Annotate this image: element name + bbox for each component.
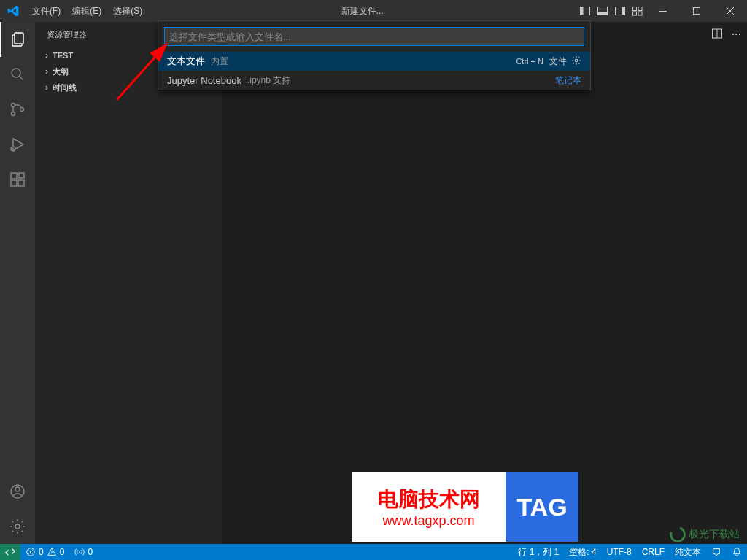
svg-rect-6 <box>633 7 637 11</box>
activitybar <box>0 22 35 544</box>
titlebar: 文件(F) 编辑(E) 选择(S) 新建文件... <box>0 0 747 22</box>
chevron-right-icon: › <box>41 50 53 61</box>
quickpick-item-text-file[interactable]: 文本文件 内置 Ctrl + N 文件 <box>158 52 590 71</box>
svg-point-23 <box>15 487 20 491</box>
watermark-logo-icon <box>667 524 688 545</box>
tree-item-label: TEST <box>53 51 73 60</box>
menu-file[interactable]: 文件(F) <box>26 0 66 22</box>
svg-rect-9 <box>638 12 642 15</box>
svg-point-16 <box>20 108 24 112</box>
menu-edit[interactable]: 编辑(E) <box>66 0 107 22</box>
status-ln-col[interactable]: 行 1，列 1 <box>513 544 564 560</box>
watermark-tagxp: 电脑技术网 www.tagxp.com TAG <box>352 472 578 542</box>
editor-toolbar: ··· <box>711 28 741 42</box>
watermark-tag: TAG <box>506 472 578 542</box>
svg-rect-21 <box>19 173 24 178</box>
svg-point-15 <box>12 112 15 116</box>
customize-layout-icon[interactable] <box>629 0 646 22</box>
remote-indicator[interactable] <box>0 544 20 560</box>
split-editor-icon[interactable] <box>711 28 723 42</box>
warning-icon <box>47 547 57 557</box>
watermark-jiguang: 极光下载站 <box>670 526 740 542</box>
svg-rect-8 <box>633 12 637 15</box>
toggle-primary-sidebar-icon[interactable] <box>576 0 594 22</box>
status-port-count: 0 <box>88 547 93 557</box>
svg-point-24 <box>15 524 20 529</box>
gear-icon[interactable] <box>571 55 581 68</box>
source-control-icon[interactable] <box>0 92 35 127</box>
svg-rect-5 <box>622 7 625 15</box>
status-encoding[interactable]: UTF-8 <box>602 544 637 560</box>
watermark-url: www.tagxp.com <box>382 513 474 529</box>
quickpick-item-keybinding: Ctrl + N <box>516 57 543 66</box>
more-actions-icon[interactable]: ··· <box>732 28 741 42</box>
explorer-icon[interactable] <box>0 22 35 57</box>
svg-rect-20 <box>18 180 24 186</box>
svg-rect-18 <box>11 173 17 179</box>
sidebar-explorer: 资源管理器 ›TEST ›大纲 ›时间线 <box>35 22 222 544</box>
tree-item-label: 时间线 <box>53 82 77 93</box>
status-language[interactable]: 纯文本 <box>670 544 706 560</box>
quickpick-item-label: 文本文件 <box>167 55 205 68</box>
titlebar-center-text: 新建文件... <box>148 5 576 18</box>
maximize-button[interactable] <box>680 0 713 22</box>
svg-point-27 <box>575 59 578 62</box>
editor-area: ··· <box>222 22 747 544</box>
chevron-right-icon: › <box>41 66 53 77</box>
svg-point-31 <box>80 551 81 553</box>
close-button[interactable] <box>713 0 747 22</box>
svg-rect-7 <box>638 7 642 11</box>
quick-pick-newfile: 文本文件 内置 Ctrl + N 文件 Jupyter Notebook .ip… <box>158 20 591 90</box>
toggle-secondary-sidebar-icon[interactable] <box>611 0 629 22</box>
toggle-panel-icon[interactable] <box>594 0 611 22</box>
svg-point-13 <box>12 69 20 77</box>
quickpick-item-category: 笔记本 <box>555 74 581 87</box>
window-controls <box>646 0 747 22</box>
status-ports[interactable]: 0 <box>69 544 98 560</box>
chevron-right-icon: › <box>41 82 53 93</box>
svg-rect-12 <box>15 33 23 44</box>
search-icon[interactable] <box>0 57 35 92</box>
error-icon <box>26 547 36 557</box>
vscode-logo-icon <box>7 5 19 17</box>
quickpick-item-desc: .ipynb 支持 <box>247 74 290 87</box>
extensions-icon[interactable] <box>0 162 35 197</box>
quickpick-item-label: Jupyter Notebook <box>167 75 241 86</box>
svg-rect-1 <box>581 7 584 15</box>
quickpick-item-jupyter[interactable]: Jupyter Notebook .ipynb 支持 笔记本 <box>158 71 590 90</box>
svg-rect-3 <box>598 12 608 15</box>
status-eol[interactable]: CRLF <box>637 544 670 560</box>
status-spaces[interactable]: 空格: 4 <box>564 544 601 560</box>
status-problems[interactable]: 0 0 <box>20 544 69 560</box>
minimize-button[interactable] <box>646 0 680 22</box>
statusbar: 0 0 0 行 1，列 1 空格: 4 UTF-8 CRLF 纯文本 <box>0 544 747 560</box>
settings-gear-icon[interactable] <box>0 509 35 544</box>
watermark-site-text: 极光下载站 <box>689 528 740 540</box>
menu-selection[interactable]: 选择(S) <box>107 0 148 22</box>
svg-rect-11 <box>694 8 700 15</box>
quickpick-list: 文本文件 内置 Ctrl + N 文件 Jupyter Notebook .ip… <box>158 52 590 90</box>
status-warnings-count: 0 <box>60 547 65 557</box>
status-bell-icon[interactable] <box>727 544 747 560</box>
quickpick-item-desc: 内置 <box>211 55 228 68</box>
watermark-text: 电脑技术网 <box>378 486 480 513</box>
svg-point-14 <box>12 104 15 107</box>
svg-rect-19 <box>11 180 17 186</box>
status-feedback-icon[interactable] <box>706 544 727 560</box>
status-errors-count: 0 <box>39 547 44 557</box>
radio-tower-icon <box>74 547 85 557</box>
run-debug-icon[interactable] <box>0 127 35 162</box>
tree-item-label: 大纲 <box>53 66 69 77</box>
svg-rect-10 <box>659 11 667 12</box>
accounts-icon[interactable] <box>0 474 35 509</box>
quickpick-item-category: 文件 <box>549 55 567 68</box>
quickpick-input[interactable] <box>164 27 584 46</box>
